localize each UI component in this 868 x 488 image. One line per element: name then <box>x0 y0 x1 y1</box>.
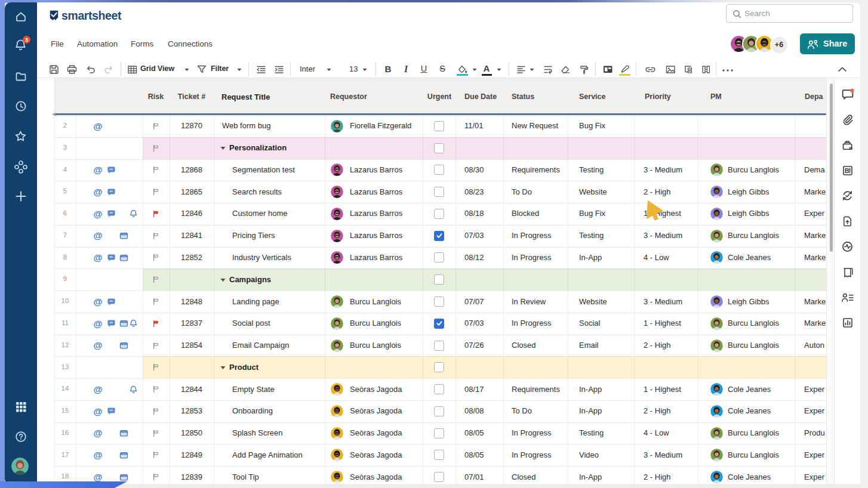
svg-text:B: B <box>844 167 849 174</box>
